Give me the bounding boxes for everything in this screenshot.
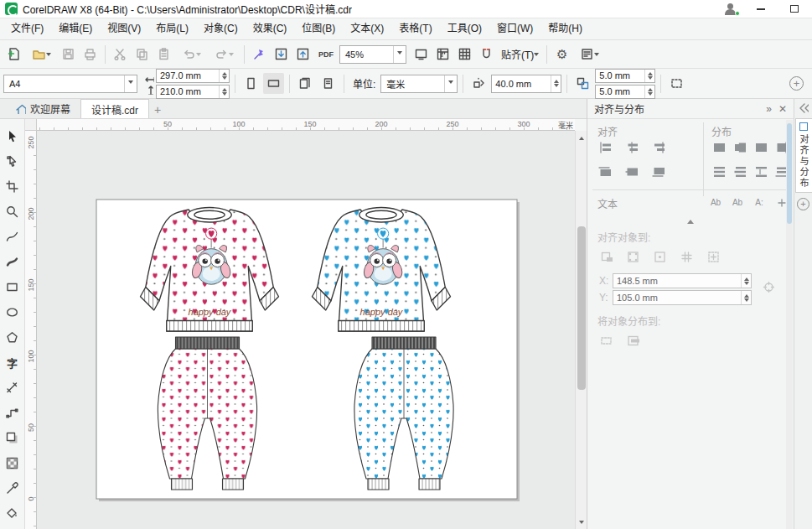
- duplicate-x-spinner[interactable]: [644, 70, 654, 82]
- align-bottom-button[interactable]: [648, 163, 668, 179]
- account-icon[interactable]: [723, 3, 738, 16]
- align-to-active-object-button[interactable]: [594, 246, 618, 267]
- snap-settings-button[interactable]: [476, 44, 497, 65]
- menu-window[interactable]: 窗口(W): [489, 18, 540, 39]
- minimize-button[interactable]: [750, 2, 772, 17]
- drawing-area[interactable]: happy day happy day: [37, 131, 575, 529]
- redo-button[interactable]: [208, 44, 240, 65]
- menu-object[interactable]: 对象(C): [196, 18, 246, 39]
- search-content-button[interactable]: [249, 44, 270, 65]
- maximize-button[interactable]: [784, 2, 805, 17]
- duplicate-distance-button[interactable]: [572, 73, 593, 94]
- x-coordinate-spinner[interactable]: [741, 274, 751, 288]
- tab-document[interactable]: 设计稿.cdr: [80, 99, 149, 118]
- distribute-left-button[interactable]: [708, 139, 728, 156]
- tab-welcome[interactable]: 欢迎屏幕: [5, 99, 80, 118]
- portrait-button[interactable]: [240, 73, 261, 94]
- align-center-vertical-button[interactable]: [621, 163, 641, 179]
- copy-button[interactable]: [132, 44, 153, 65]
- y-coordinate-spinner[interactable]: [741, 291, 751, 304]
- docker-collapse-icon[interactable]: »: [766, 103, 772, 115]
- ruler-origin[interactable]: [25, 119, 37, 131]
- show-rulers-button[interactable]: [432, 44, 453, 65]
- export-button[interactable]: [292, 44, 313, 65]
- text-align-bounding-box-button[interactable]: A:: [750, 194, 768, 210]
- align-to-page-edge-button[interactable]: [621, 246, 644, 267]
- new-tab-button[interactable]: +: [149, 101, 166, 118]
- align-top-button[interactable]: [594, 163, 614, 179]
- specify-point-button[interactable]: [758, 278, 778, 295]
- zoom-dropdown-arrow[interactable]: [393, 46, 406, 63]
- distribute-spacing-vertical-button[interactable]: [750, 163, 770, 179]
- landscape-button[interactable]: [263, 73, 284, 94]
- freehand-tool[interactable]: [3, 226, 23, 246]
- canvas-vertical-scrollbar[interactable]: [575, 131, 587, 529]
- text-tool[interactable]: 字: [3, 352, 23, 372]
- distribute-center-vertical-button[interactable]: [729, 163, 749, 179]
- polygon-tool[interactable]: [3, 327, 23, 347]
- distribute-to-selection-button[interactable]: [594, 330, 618, 350]
- show-grid-button[interactable]: [454, 44, 475, 65]
- horizontal-ruler[interactable]: 50 100 150 200 250 300 毫米: [37, 119, 575, 131]
- menu-help[interactable]: 帮助(H): [540, 18, 590, 39]
- artistic-media-tool[interactable]: [3, 252, 23, 272]
- page-size-combo[interactable]: A4: [3, 75, 137, 93]
- paste-button[interactable]: [153, 44, 174, 65]
- menu-edit[interactable]: 编辑(E): [51, 18, 100, 39]
- y-coordinate-field[interactable]: 105.0 mm: [613, 290, 752, 305]
- undo-button[interactable]: [175, 44, 207, 65]
- dock-arrows-icon[interactable]: [798, 102, 809, 113]
- duplicate-y-field[interactable]: 5.0 mm: [595, 85, 655, 99]
- scroll-up-button[interactable]: [576, 131, 587, 143]
- publish-pdf-button[interactable]: PDF: [314, 44, 335, 65]
- text-align-baseline-first-button[interactable]: Ab: [706, 194, 725, 210]
- scrollbar-thumb[interactable]: [577, 226, 586, 390]
- print-button[interactable]: [80, 44, 101, 65]
- distribute-center-horizontal-button[interactable]: [729, 139, 749, 156]
- distribute-spacing-horizontal-button[interactable]: [750, 139, 770, 156]
- distribute-top-button[interactable]: [708, 163, 728, 179]
- parallel-dimension-tool[interactable]: [3, 377, 23, 397]
- interactive-fill-tool[interactable]: [3, 503, 23, 523]
- import-button[interactable]: [271, 44, 292, 65]
- zoom-tool[interactable]: [3, 201, 23, 221]
- nudge-offset-button[interactable]: [468, 73, 489, 94]
- align-to-specified-point-button[interactable]: [701, 246, 725, 267]
- docker-scrollbar-thumb[interactable]: [787, 123, 792, 224]
- align-to-grid-button[interactable]: [675, 246, 698, 267]
- align-to-page-center-button[interactable]: [648, 246, 671, 267]
- duplicate-y-spinner[interactable]: [644, 86, 654, 98]
- docker-tab-align-distribute[interactable]: 对齐与分布: [795, 118, 812, 193]
- page-height-field[interactable]: 210.0 mm: [156, 85, 230, 99]
- docker-scrollbar[interactable]: [786, 120, 793, 529]
- fullscreen-preview-button[interactable]: [411, 44, 432, 65]
- align-center-horizontal-button[interactable]: [621, 139, 641, 156]
- shape-tool[interactable]: [3, 151, 23, 171]
- align-left-button[interactable]: [594, 139, 614, 156]
- nudge-field[interactable]: 40.0 mm: [491, 75, 561, 93]
- pick-tool[interactable]: [3, 126, 23, 146]
- drop-shadow-tool[interactable]: [3, 428, 23, 448]
- page-width-field[interactable]: 297.0 mm: [156, 69, 230, 83]
- distribute-to-page-button[interactable]: [621, 330, 644, 350]
- ellipse-tool[interactable]: [3, 302, 23, 322]
- scroll-down-button[interactable]: [576, 517, 587, 529]
- options-button[interactable]: ⚙: [551, 44, 572, 65]
- cut-button[interactable]: [110, 44, 131, 65]
- all-pages-button[interactable]: [295, 73, 316, 94]
- treat-as-filled-button[interactable]: [666, 73, 687, 94]
- nudge-spinner[interactable]: [551, 75, 561, 92]
- menu-layout[interactable]: 布局(L): [148, 18, 196, 39]
- save-button[interactable]: [58, 44, 79, 65]
- menu-bitmaps[interactable]: 位图(B): [294, 18, 343, 39]
- color-eyedropper-tool[interactable]: [3, 478, 23, 498]
- transparency-tool[interactable]: [3, 453, 23, 473]
- menu-text[interactable]: 文本(X): [343, 18, 391, 39]
- new-document-button[interactable]: [3, 44, 24, 65]
- x-coordinate-field[interactable]: 148.5 mm: [613, 273, 752, 288]
- vertical-ruler[interactable]: 250 200 150 100 50 0: [25, 131, 37, 529]
- open-button[interactable]: [25, 44, 57, 65]
- menu-tools[interactable]: 工具(O): [440, 18, 489, 39]
- page-width-spinner[interactable]: [219, 70, 229, 82]
- snap-to-button[interactable]: 贴齐(T): [498, 44, 542, 65]
